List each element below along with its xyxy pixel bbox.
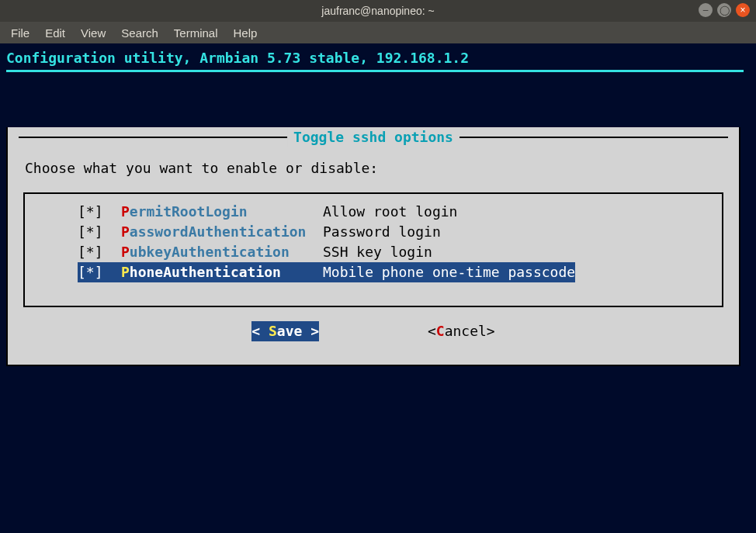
option-desc: Password login	[323, 222, 441, 242]
checkbox-icon[interactable]: [*]	[78, 222, 121, 242]
cancel-button[interactable]: <Cancel>	[428, 321, 495, 341]
option-name: PhoneAuthentication	[121, 262, 323, 282]
minimize-button[interactable]: –	[699, 3, 713, 17]
option-desc: Allow root login	[323, 202, 457, 222]
options-box: [*] PermitRootLogin Allow root login [*]…	[23, 192, 723, 307]
option-pubkeyauthentication[interactable]: [*] PubkeyAuthentication SSH key login	[25, 242, 722, 262]
option-phoneauthentication[interactable]: [*] PhoneAuthentication Mobile phone one…	[25, 262, 722, 282]
option-desc: SSH key login	[323, 242, 432, 262]
menubar: File Edit View Search Terminal Help	[0, 22, 756, 43]
option-name: PubkeyAuthentication	[121, 242, 323, 262]
menu-view[interactable]: View	[75, 25, 112, 41]
option-passwordauthentication[interactable]: [*] PasswordAuthentication Password logi…	[25, 222, 722, 242]
menu-edit[interactable]: Edit	[39, 25, 71, 41]
checkbox-icon[interactable]: [*]	[78, 242, 121, 262]
checkbox-icon[interactable]: [*]	[78, 262, 121, 282]
save-button[interactable]: < Save >	[251, 321, 319, 341]
menu-file[interactable]: File	[5, 25, 36, 41]
dialog-buttons: < Save > <Cancel>	[19, 321, 728, 349]
menu-terminal[interactable]: Terminal	[168, 25, 224, 41]
sshd-dialog: Toggle sshd options Choose what you want…	[6, 127, 740, 366]
option-name: PasswordAuthentication	[121, 222, 323, 242]
terminal-area[interactable]: Configuration utility, Armbian 5.73 stab…	[0, 43, 756, 533]
window-titlebar: jaufranc@nanopineo: ~ – ◯ ×	[0, 0, 756, 22]
menu-help[interactable]: Help	[227, 25, 264, 41]
menu-search[interactable]: Search	[115, 25, 165, 41]
option-desc: Mobile phone one-time passcode	[323, 262, 575, 282]
window-title: jaufranc@nanopineo: ~	[321, 5, 434, 17]
config-header: Configuration utility, Armbian 5.73 stab…	[6, 48, 750, 68]
close-button[interactable]: ×	[736, 3, 750, 17]
window-controls: – ◯ ×	[699, 3, 750, 17]
option-name: PermitRootLogin	[121, 202, 323, 222]
dialog-prompt: Choose what you want to enable or disabl…	[25, 158, 728, 178]
checkbox-icon[interactable]: [*]	[78, 202, 121, 222]
maximize-button[interactable]: ◯	[717, 3, 731, 17]
option-permitrootlogin[interactable]: [*] PermitRootLogin Allow root login	[25, 202, 722, 222]
header-rule	[6, 70, 744, 72]
dialog-title: Toggle sshd options	[287, 127, 459, 147]
